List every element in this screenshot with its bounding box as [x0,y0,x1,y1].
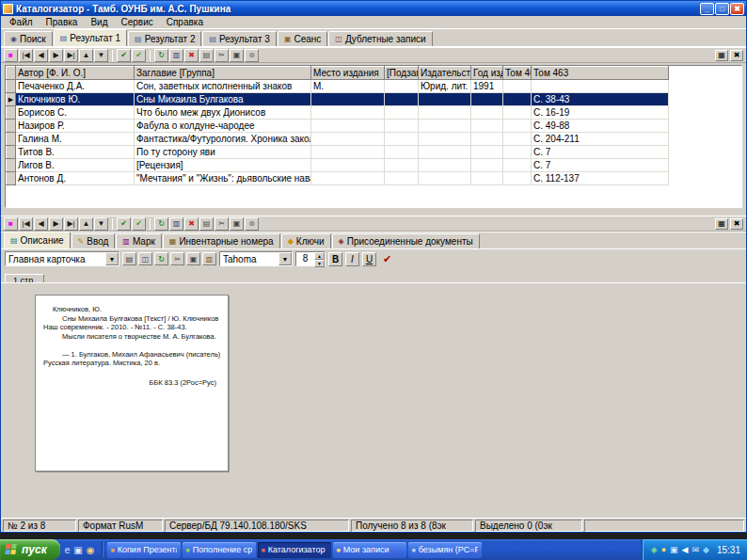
cut-text-button[interactable]: ✂ [170,252,184,265]
column-header[interactable]: Заглавие [Группа] [135,67,311,80]
grid-cell[interactable]: Титов В. [16,146,135,159]
grid-cell[interactable]: По ту сторону яви [135,146,311,159]
grid-cell[interactable]: Фантастика/Футурология. Хроника заколдов… [135,133,311,146]
taskbar-button-presentation[interactable]: ■Копия Презентаци... [107,542,181,558]
tray-antivirus-icon[interactable]: ◈ [651,546,658,554]
pane-layout-button[interactable]: ▦ [715,50,728,61]
grid-cell[interactable]: Галина М. [16,133,135,146]
table-row[interactable]: Антонов Д."Мечтания" и "Жизнь": дьявольс… [7,172,669,185]
maximize-button[interactable]: □ [715,3,729,15]
grid-cell[interactable] [419,106,471,120]
grid-cell[interactable]: Сны Михаила Булгакова [135,93,311,106]
grid-cell[interactable]: 1991 [471,80,503,93]
nav-prev-button[interactable]: ◀ [34,49,48,62]
grid-cell[interactable] [385,93,419,106]
taskbar-button-my-records[interactable]: ■Мои записи [333,542,406,558]
cut-button[interactable]: ✂ [215,49,229,62]
nav-next-button[interactable]: ▶ [49,49,63,62]
grid-cell[interactable] [471,120,503,133]
tray-update-icon[interactable]: ● [661,546,666,554]
move-up-button[interactable]: ▲ [79,217,93,231]
settings-button[interactable]: ⊛ [245,49,259,62]
tray-network-icon[interactable]: ▣ [670,546,678,554]
grid-cell[interactable] [503,146,532,159]
grid-cell[interactable] [419,93,471,106]
print-button[interactable]: ▤ [199,217,214,231]
grid-cell[interactable]: С. 49-88 [532,120,669,133]
column-header[interactable]: [Подзаг.] [385,67,419,80]
tab-inventory-numbers[interactable]: ▦Инвентарные номера [163,233,280,248]
font-size-spinner[interactable]: 8 ▲ ▼ [295,251,326,266]
column-header[interactable]: Издательства [419,67,471,80]
move-down-button[interactable]: ▼ [94,49,108,62]
taskbar-clock[interactable]: 15:31 [717,545,740,555]
grid-cell[interactable]: "Мечтания" и "Жизнь": дьявольские наважд… [135,172,311,185]
menu-item[interactable]: Вид [84,16,114,29]
italic-button[interactable]: I [345,252,359,266]
refresh-card-button[interactable]: ↻ [154,252,168,265]
quick-launch-player-icon[interactable]: ◉ [87,545,95,555]
grid-cell[interactable] [503,80,532,93]
pane-layout-button[interactable]: ▦ [715,218,728,230]
move-up-button[interactable]: ▲ [79,49,93,62]
column-header[interactable]: Место издания [311,67,385,80]
delete-record-button[interactable]: ✖ [184,49,199,62]
nav-next-button[interactable]: ▶ [49,217,63,231]
grid-cell[interactable]: Фабула о колдуне-чародее [135,120,311,133]
move-down-button[interactable]: ▼ [94,217,108,231]
grid-cell[interactable] [503,133,532,146]
grid-cell[interactable]: С. 7 [532,159,669,172]
table-row[interactable]: Назиров Р.Фабула о колдуне-чародееС. 49-… [7,120,669,133]
grid-cell[interactable]: С. 112-137 [532,172,669,185]
grid-cell[interactable] [385,133,419,146]
grid-cell[interactable]: Юрид. лит. [419,80,471,93]
grid-cell[interactable] [419,133,471,146]
grid-cell[interactable] [471,133,503,146]
copy-text-button[interactable]: ▣ [186,252,200,265]
cut-button[interactable]: ✂ [215,217,229,231]
grid-cell[interactable] [385,120,419,133]
tab-input[interactable]: ✎Ввод [72,233,116,248]
spin-up-icon[interactable]: ▲ [314,252,325,260]
tray-agent-icon[interactable]: ◆ [703,546,709,554]
spin-down-icon[interactable]: ▼ [314,260,325,267]
tab-result-1[interactable]: ▤Результат 1 [54,29,127,46]
accept-all-button[interactable]: ✔ [132,49,146,62]
refresh-button[interactable]: ↻ [154,217,168,231]
bold-button[interactable]: B [328,252,342,266]
apply-format-button[interactable]: ✔ [383,253,391,265]
preview-card-button[interactable]: ◫ [138,252,152,265]
copy-button[interactable]: ▣ [230,49,244,62]
grid-cell[interactable]: С. 204-211 [532,133,669,146]
grid-cell[interactable] [503,120,532,133]
grid-cell[interactable] [419,146,471,159]
grid-cell[interactable] [385,106,419,120]
nav-first-button[interactable]: |◀ [19,217,33,231]
grid-cell[interactable] [532,80,669,93]
grid-cell[interactable]: Борисов С. [16,106,135,120]
nav-prev-button[interactable]: ◀ [34,217,48,231]
underline-button[interactable]: U [362,252,376,266]
tab-result-2[interactable]: ▤Результат 2 [128,31,201,46]
grid-cell[interactable]: Назиров Р. [16,120,135,133]
close-button[interactable]: ✖ [730,3,744,15]
grid-cell[interactable] [419,172,471,185]
font-select[interactable]: Tahoma ▼ [219,251,293,266]
menu-item[interactable]: Файл [3,16,40,29]
grid-cell[interactable]: С. 16-19 [532,106,669,120]
taskbar-button-cataloguer[interactable]: ■Каталогизатор [258,542,331,558]
grid-cell[interactable]: Сон, заветных исполненный знаков [135,80,311,93]
settings-button[interactable]: ⊛ [245,217,259,231]
grid-cell[interactable]: С. 7 [532,146,669,159]
grid-cell[interactable] [385,80,419,93]
menu-item[interactable]: Правка [40,16,85,29]
accept-all-button[interactable]: ✔ [132,217,146,231]
delete-record-button[interactable]: ✖ [184,217,199,231]
pane-close-button[interactable]: ✖ [730,218,743,230]
grid-cell[interactable] [471,159,503,172]
table-row[interactable]: Титов В.По ту сторону явиС. 7 [7,146,669,159]
grid-cell[interactable] [311,146,385,159]
tab-result-3[interactable]: ▤Результат 3 [202,31,276,46]
tray-volume-icon[interactable]: ◀ [682,546,689,554]
menu-item[interactable]: Сервис [114,16,159,29]
